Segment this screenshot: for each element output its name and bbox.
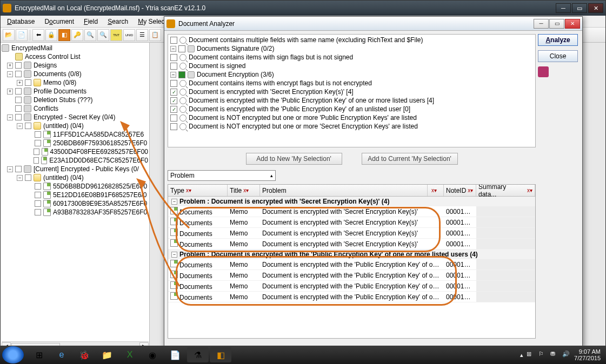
tree-untitled-1[interactable]: −(untitled) (0/4) bbox=[1, 122, 149, 130]
checkbox[interactable] bbox=[15, 71, 22, 77]
groupby-dropdown[interactable]: Problem ▴ bbox=[168, 170, 276, 181]
tree-doc-pk-1[interactable]: 5E12DD16E08B91F685257E6/0 bbox=[1, 191, 149, 199]
tree-doc-sk-1[interactable]: 250BDB69F759306185257E6F0 bbox=[1, 139, 149, 147]
check-multi-fields[interactable]: Document contains multiple fields with s… bbox=[169, 36, 534, 44]
col-spacer[interactable]: x▾ bbox=[428, 185, 444, 196]
collapse-icon[interactable]: − bbox=[17, 175, 23, 181]
collapse-icon[interactable]: − bbox=[170, 72, 176, 78]
checkbox-checked[interactable] bbox=[170, 89, 177, 96]
checkbox[interactable] bbox=[178, 45, 185, 52]
checkbox[interactable] bbox=[34, 149, 39, 155]
collapse-icon[interactable]: − bbox=[171, 199, 177, 205]
tree-memo[interactable]: +Memo (0/8) bbox=[1, 78, 149, 87]
toolbar-btn-12[interactable]: 📋 bbox=[149, 29, 161, 41]
tree-doc-pk-0[interactable]: 55D6B8BDD96126828525/E6F0 bbox=[1, 182, 149, 191]
checkbox[interactable] bbox=[170, 54, 177, 61]
expand-icon[interactable]: + bbox=[7, 89, 13, 95]
check-enc-flags[interactable]: Document contains items with encrypt fla… bbox=[169, 79, 534, 87]
checkbox[interactable] bbox=[25, 123, 31, 129]
close-button[interactable]: ✕ bbox=[588, 3, 603, 13]
expand-icon[interactable]: + bbox=[7, 63, 13, 69]
collapse-icon[interactable]: − bbox=[7, 114, 13, 120]
check-sig-header[interactable]: −Documents Signature (0/2) bbox=[169, 44, 534, 53]
dialog-minimize-button[interactable]: ─ bbox=[534, 19, 549, 29]
checkbox[interactable] bbox=[170, 37, 177, 44]
taskbar-clock[interactable]: 9:07 AM 7/27/2015 bbox=[574, 348, 601, 361]
collapse-icon[interactable]: − bbox=[171, 252, 177, 258]
filter-icon[interactable]: x▾ bbox=[468, 187, 473, 193]
collapse-icon[interactable]: − bbox=[7, 71, 13, 77]
taskbar-excel[interactable]: X bbox=[119, 347, 141, 362]
results-grid[interactable]: Typex▾ Titlex▾ Problem x▾ NoteIDx▾ Summa… bbox=[168, 184, 536, 339]
tree-doc-sk-2[interactable]: 43500D4F08FEE69285257E6F00 bbox=[1, 147, 149, 156]
tree-doc-sk-3[interactable]: E23A1DD0D68EC75C85257E6F0 bbox=[1, 156, 149, 165]
table-row[interactable]: DocumentsMemoDocument is encrypted with … bbox=[168, 239, 535, 250]
toolbar-btn-4[interactable]: 🔒 bbox=[45, 29, 57, 41]
start-button[interactable] bbox=[2, 346, 24, 363]
tree-stubs[interactable]: Deletion Stubs (???) bbox=[1, 96, 149, 104]
checkbox[interactable] bbox=[35, 183, 41, 190]
tree-doc-pk-2[interactable]: 60917300B9E9E35A85257E6F0 bbox=[1, 199, 149, 208]
taskbar-app-4[interactable]: ⚗ bbox=[187, 347, 209, 362]
tree-doc-sk-0[interactable]: 11FF5D1CAA585DAC85257E6 bbox=[1, 130, 149, 139]
toolbar-btn-8[interactable]: 🔍 bbox=[97, 29, 109, 41]
col-problem[interactable]: Problem bbox=[260, 185, 428, 196]
expand-icon[interactable]: + bbox=[17, 80, 23, 86]
checkbox[interactable] bbox=[178, 71, 185, 78]
check-sign-flags[interactable]: Document contains items with sign flags … bbox=[169, 53, 534, 62]
group-secret-key[interactable]: −Problem : Document is encrypted with 'S… bbox=[168, 197, 535, 206]
check-is-signed[interactable]: Document is signed bbox=[169, 62, 534, 70]
col-noteid[interactable]: NoteIDx▾ bbox=[444, 185, 476, 196]
checkbox[interactable] bbox=[15, 97, 22, 103]
tree-encrypted-public[interactable]: −[Current] Encrypted - Public Keys (0/ bbox=[1, 165, 149, 173]
check-not-enc-pub[interactable]: Document is NOT encrypted but one or mor… bbox=[169, 113, 534, 122]
tree-root[interactable]: EncryptedMail bbox=[1, 44, 149, 52]
collapse-icon[interactable]: − bbox=[170, 46, 176, 52]
taskbar-app-3[interactable]: 📄 bbox=[164, 347, 186, 362]
checkbox-checked[interactable] bbox=[170, 97, 177, 104]
maximize-button[interactable]: ▭ bbox=[572, 3, 587, 13]
add-to-new-selection-button[interactable]: Add to New 'My Selection' bbox=[246, 153, 342, 165]
tray-volume-icon[interactable]: 🔊 bbox=[562, 350, 571, 359]
check-enc-secret[interactable]: Document is encrypted with 'Secret Encry… bbox=[169, 87, 534, 96]
menu-search[interactable]: Search bbox=[103, 17, 132, 26]
taskbar-explorer[interactable]: 📁 bbox=[96, 347, 118, 362]
menu-database[interactable]: Database bbox=[3, 17, 39, 26]
toolbar-btn-1[interactable]: 📂 bbox=[3, 29, 15, 41]
tree-untitled-2[interactable]: −(untitled) (0/4) bbox=[1, 173, 149, 182]
taskbar-app-5[interactable]: ◧ bbox=[210, 347, 231, 362]
taskbar-app-2[interactable]: 🐞 bbox=[74, 347, 95, 362]
col-title[interactable]: Titlex▾ bbox=[228, 185, 260, 196]
checkbox[interactable] bbox=[15, 105, 22, 112]
col-type[interactable]: Typex▾ bbox=[168, 185, 228, 196]
table-row[interactable]: DocumentsMemoDocument is encrypted with … bbox=[168, 259, 535, 270]
dialog-maximize-button[interactable]: ▭ bbox=[549, 19, 564, 29]
col-summary[interactable]: Summary data...x▾ bbox=[476, 185, 535, 196]
checkbox[interactable] bbox=[35, 131, 41, 138]
toolbar-btn-3[interactable]: ⬅ bbox=[32, 29, 44, 41]
checkbox[interactable] bbox=[35, 192, 41, 198]
checkbox-checked[interactable] bbox=[170, 106, 177, 113]
table-row[interactable]: DocumentsMemoDocument is encrypted with … bbox=[168, 217, 535, 228]
menu-field[interactable]: Field bbox=[79, 17, 102, 26]
check-enc-pub-listed[interactable]: Document is encrypted with the 'Public E… bbox=[169, 96, 534, 105]
toolbar-btn-6[interactable]: 🔑 bbox=[71, 29, 83, 41]
group-public-key[interactable]: −Problem : Document is encrypted with th… bbox=[168, 250, 535, 259]
dialog-close-button[interactable]: ✕ bbox=[565, 19, 580, 29]
tree-panel[interactable]: EncryptedMail Access Control List +Desig… bbox=[1, 43, 150, 350]
checkbox[interactable] bbox=[15, 62, 22, 69]
toolbar-btn-10[interactable]: UNID bbox=[123, 29, 135, 41]
close-button[interactable]: Close bbox=[538, 50, 578, 62]
help-icon[interactable] bbox=[538, 66, 549, 77]
collapse-icon[interactable]: − bbox=[17, 123, 23, 129]
toolbar-btn-11[interactable]: ☰ bbox=[136, 29, 148, 41]
checkbox[interactable] bbox=[35, 200, 41, 207]
tree-documents[interactable]: −Documents (0/8) bbox=[1, 70, 149, 78]
filter-icon[interactable]: x▾ bbox=[243, 187, 249, 193]
taskbar-ie[interactable]: e bbox=[51, 347, 72, 362]
check-not-enc-sec[interactable]: Document is NOT encrypted but one or mor… bbox=[169, 122, 534, 131]
tree-conflicts[interactable]: Conflicts bbox=[1, 104, 149, 113]
analysis-checklist[interactable]: Document contains multiple fields with s… bbox=[168, 34, 536, 147]
filter-icon[interactable]: x▾ bbox=[186, 187, 191, 193]
checkbox[interactable] bbox=[170, 63, 177, 70]
